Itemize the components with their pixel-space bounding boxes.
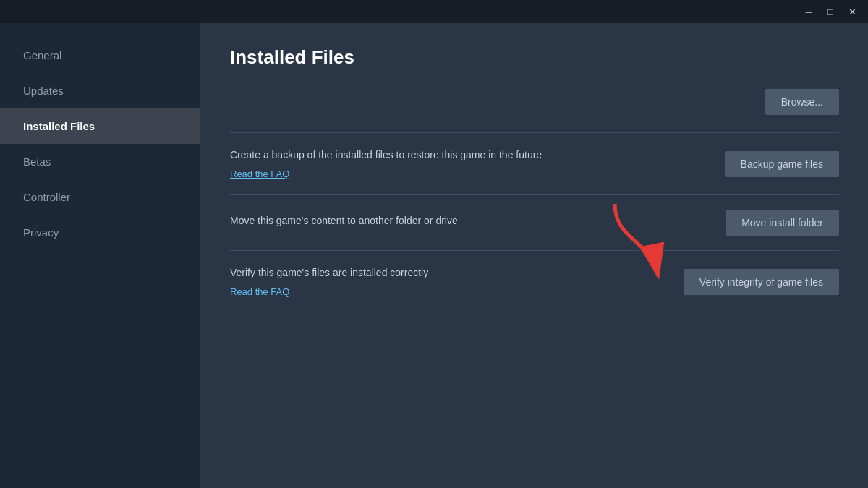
sidebar-item-privacy[interactable]: Privacy bbox=[0, 215, 200, 250]
arrow-annotation bbox=[593, 197, 673, 291]
titlebar: ─ □ ✕ bbox=[0, 0, 868, 23]
content-area: Installed Files Browse... Create a backu… bbox=[201, 23, 868, 488]
backup-description: Create a backup of the installed files t… bbox=[230, 147, 707, 163]
backup-faq-link[interactable]: Read the FAQ bbox=[230, 168, 289, 179]
sidebar-item-controller[interactable]: Controller bbox=[0, 179, 200, 215]
page-title: Installed Files bbox=[230, 46, 839, 69]
maximize-button[interactable]: □ bbox=[820, 4, 841, 20]
backup-text: Create a backup of the installed files t… bbox=[230, 147, 707, 180]
move-button[interactable]: Move install folder bbox=[726, 210, 839, 236]
sidebar-item-general[interactable]: General bbox=[0, 38, 200, 73]
verify-faq-link[interactable]: Read the FAQ bbox=[230, 286, 289, 297]
minimize-button[interactable]: ─ bbox=[799, 4, 819, 20]
sidebar-item-updates[interactable]: Updates bbox=[0, 73, 200, 108]
sidebar: General Updates Installed Files Betas Co… bbox=[0, 23, 201, 488]
main-container: General Updates Installed Files Betas Co… bbox=[0, 23, 868, 488]
verify-button[interactable]: Verify integrity of game files bbox=[684, 269, 839, 295]
move-section: Move this game's content to another fold… bbox=[230, 194, 839, 250]
sidebar-item-betas[interactable]: Betas bbox=[0, 144, 200, 179]
window-controls: ─ □ ✕ bbox=[799, 4, 862, 20]
sidebar-item-installed-files[interactable]: Installed Files bbox=[0, 108, 200, 144]
backup-section: Create a backup of the installed files t… bbox=[230, 132, 839, 194]
browse-button[interactable]: Browse... bbox=[765, 89, 839, 115]
backup-button[interactable]: Backup game files bbox=[725, 151, 839, 177]
close-button[interactable]: ✕ bbox=[842, 4, 862, 20]
verify-section: Verify this game's files are installed c… bbox=[230, 250, 839, 312]
browse-row: Browse... bbox=[230, 89, 839, 115]
